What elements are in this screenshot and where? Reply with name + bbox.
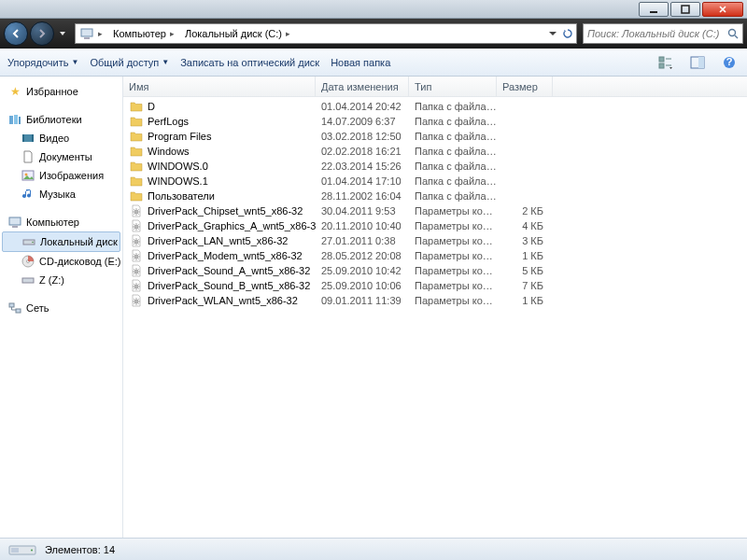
file-name: DriverPack_LAN_wnt5_x86-32	[148, 235, 288, 246]
back-button[interactable]	[4, 21, 28, 46]
command-bar: Упорядочить▼ Общий доступ▼ Записать на о…	[0, 49, 747, 77]
sidebar-item-z-drive[interactable]: Z (Z:)	[0, 271, 122, 289]
svg-rect-16	[19, 117, 21, 124]
status-bar: Элементов: 14	[0, 538, 747, 560]
file-size: 3 КБ	[497, 235, 553, 246]
libraries-icon	[7, 112, 22, 127]
file-size: 5 КБ	[497, 265, 553, 276]
column-type[interactable]: Тип	[409, 77, 497, 96]
file-name: DriverPack_Modem_wnt5_x86-32	[148, 250, 303, 261]
sidebar-item-pictures[interactable]: Изображения	[0, 166, 122, 185]
file-row[interactable]: DriverPack_Sound_A_wnt5_x86-3225.09.2010…	[123, 263, 747, 278]
file-row[interactable]: Windows02.02.2018 16:21Папка с файлами	[123, 144, 747, 159]
document-icon	[21, 149, 35, 164]
svg-rect-19	[32, 134, 34, 142]
file-date: 28.05.2012 20:08	[316, 250, 409, 261]
file-row[interactable]: DriverPack_Sound_B_wnt5_x86-3225.09.2010…	[123, 278, 747, 293]
computer-group[interactable]: Компьютер	[0, 213, 122, 231]
column-date[interactable]: Дата изменения	[316, 77, 409, 96]
file-type: Параметры конф...	[409, 265, 497, 276]
file-row[interactable]: DriverPack_Graphics_A_wnt5_x86-3220.11.2…	[123, 218, 747, 233]
sidebar-item-music[interactable]: Музыка	[0, 185, 122, 203]
file-size: 4 КБ	[497, 220, 553, 231]
drive-icon	[7, 541, 37, 558]
help-button[interactable]: ?	[719, 52, 740, 73]
file-name: DriverPack_Sound_A_wnt5_x86-32	[148, 265, 310, 276]
view-options-button[interactable]	[655, 52, 676, 73]
svg-rect-22	[9, 217, 21, 225]
settings-file-icon	[129, 293, 144, 308]
file-type: Параметры конф...	[409, 205, 497, 217]
search-input[interactable]	[587, 28, 724, 39]
minimize-button[interactable]	[639, 2, 669, 17]
column-headers: Имя Дата изменения Тип Размер	[123, 77, 747, 97]
file-row[interactable]: PerfLogs14.07.2009 6:37Папка с файлами	[123, 114, 747, 129]
preview-pane-button[interactable]	[687, 52, 708, 73]
settings-file-icon	[129, 233, 144, 248]
file-name: D	[148, 101, 155, 112]
forward-button[interactable]	[30, 21, 54, 46]
address-bar[interactable]: ▸ Компьютер▸ Локальный диск (C:)▸	[75, 23, 577, 44]
file-name: Windows	[148, 146, 190, 157]
burn-button[interactable]: Записать на оптический диск	[180, 57, 319, 68]
settings-file-icon	[129, 248, 144, 263]
breadcrumb-drive[interactable]: Локальный диск (C:)▸	[181, 24, 297, 43]
pictures-icon	[21, 168, 35, 183]
star-icon: ★	[7, 84, 22, 99]
svg-rect-14	[9, 116, 13, 124]
refresh-icon[interactable]	[563, 29, 572, 38]
file-date: 20.11.2010 10:40	[316, 220, 409, 231]
file-type: Папка с файлами	[409, 131, 497, 142]
sidebar-item-video[interactable]: Видео	[0, 129, 122, 147]
share-menu[interactable]: Общий доступ▼	[90, 57, 169, 68]
folder-icon	[129, 144, 144, 159]
svg-rect-1	[682, 6, 689, 13]
column-name[interactable]: Имя	[123, 77, 316, 96]
sidebar-item-cd-drive[interactable]: CD-дисковод (E:) Co	[0, 252, 122, 271]
svg-point-36	[134, 285, 138, 288]
settings-file-icon	[129, 218, 144, 233]
sidebar-item-local-disk[interactable]: Локальный диск (C	[2, 231, 120, 252]
file-row[interactable]: Пользователи28.11.2002 16:04Папка с файл…	[123, 189, 747, 203]
svg-point-31	[134, 210, 138, 214]
maximize-button[interactable]	[670, 2, 700, 17]
libraries-group[interactable]: Библиотеки	[0, 110, 122, 129]
search-icon[interactable]	[727, 28, 739, 39]
close-button[interactable]	[702, 2, 743, 17]
file-date: 27.01.2011 0:38	[316, 235, 409, 246]
dropdown-icon[interactable]	[548, 29, 557, 38]
file-row[interactable]: Program Files03.02.2018 12:50Папка с фай…	[123, 129, 747, 144]
file-size: 1 КБ	[497, 295, 553, 306]
file-name: PerfLogs	[148, 116, 189, 127]
file-row[interactable]: WINDOWS.101.04.2014 17:10Папка с файлами	[123, 174, 747, 189]
column-size[interactable]: Размер	[497, 77, 553, 96]
file-rows: D01.04.2014 20:42Папка с файламиPerfLogs…	[123, 97, 747, 538]
network-icon	[7, 301, 22, 315]
folder-icon	[129, 99, 144, 114]
network-group[interactable]: Сеть	[0, 299, 122, 317]
breadcrumb-computer[interactable]: Компьютер▸	[109, 24, 181, 43]
svg-rect-28	[22, 278, 34, 283]
file-row[interactable]: DriverPack_Chipset_wnt5_x86-3230.04.2011…	[123, 203, 747, 218]
navigation-bar: ▸ Компьютер▸ Локальный диск (C:)▸	[0, 19, 747, 49]
file-row[interactable]: WINDOWS.022.03.2014 15:26Папка с файлами	[123, 159, 747, 174]
new-folder-button[interactable]: Новая папка	[331, 57, 390, 68]
file-row[interactable]: DriverPack_WLAN_wnt5_x86-3209.01.2011 11…	[123, 293, 747, 308]
sidebar-item-documents[interactable]: Документы	[0, 147, 122, 166]
organize-menu[interactable]: Упорядочить▼	[7, 57, 78, 68]
svg-point-33	[134, 240, 138, 244]
history-dropdown[interactable]	[56, 24, 69, 43]
favorites-group[interactable]: ★Избранное	[0, 82, 122, 101]
file-size: 7 КБ	[497, 280, 553, 291]
file-row[interactable]: DriverPack_LAN_wnt5_x86-3227.01.2011 0:3…	[123, 233, 747, 248]
search-box[interactable]	[583, 23, 743, 44]
file-row[interactable]: D01.04.2014 20:42Папка с файлами	[123, 99, 747, 114]
window-titlebar	[0, 0, 747, 19]
svg-text:?: ?	[726, 56, 733, 67]
file-date: 22.03.2014 15:26	[316, 161, 409, 172]
folder-icon	[129, 174, 144, 189]
svg-point-25	[32, 242, 34, 244]
svg-rect-7	[659, 63, 664, 68]
file-row[interactable]: DriverPack_Modem_wnt5_x86-3228.05.2012 2…	[123, 248, 747, 263]
breadcrumb-root[interactable]: ▸	[76, 24, 109, 43]
